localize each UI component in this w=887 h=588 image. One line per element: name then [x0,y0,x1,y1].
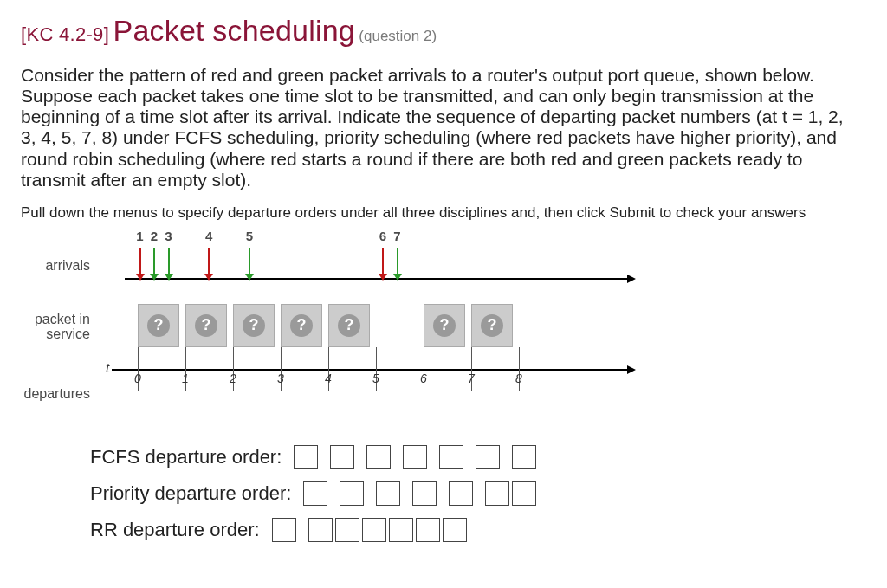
label-arrivals: arrivals [3,258,90,274]
question-mark-icon: ? [338,314,360,337]
arrival-number-6: 6 [377,229,389,243]
question-mark-icon: ? [195,314,217,337]
priority-slot-6[interactable] [485,481,509,506]
fcfs-slot-7[interactable] [512,445,536,469]
arrival-number-7: 7 [392,229,404,243]
answers-block: FCFS departure order: Priority departure… [90,445,866,543]
title-sub: (question 2) [359,28,437,44]
label-packet-in-service: packet in service [3,313,90,342]
question-mark-icon: ? [243,314,265,337]
departure-tick-label-6: 6 [415,372,432,385]
page-root: [KC 4.2-9] Packet scheduling (question 2… [0,0,887,572]
priority-slot-3[interactable] [376,481,400,506]
priority-label: Priority departure order: [90,482,291,505]
title-main: Packet scheduling [113,14,355,47]
fcfs-slot-6[interactable] [476,445,500,469]
rr-slot-1[interactable] [272,518,296,542]
question-mark-icon: ? [481,314,503,337]
rr-slot-3[interactable] [335,518,359,542]
arrival-number-3: 3 [163,229,175,243]
priority-slot-2[interactable] [340,481,364,506]
fcfs-slot-4[interactable] [403,445,427,469]
arrivals-axis [125,278,627,280]
fcfs-slot-5[interactable] [439,445,463,469]
rr-label: RR departure order: [90,519,260,541]
arrival-number-2: 2 [148,229,160,243]
rr-slot-5[interactable] [389,518,413,542]
service-slot-3[interactable]: ? [281,304,322,347]
departure-tick-label-3: 3 [272,372,289,385]
service-slot-2[interactable]: ? [233,304,275,347]
service-slot-7[interactable]: ? [471,304,513,347]
question-mark-icon: ? [433,314,456,337]
fcfs-label: FCFS departure order: [90,446,282,468]
fcfs-row: FCFS departure order: [90,445,866,469]
departures-axis [112,369,627,371]
rr-slot-6[interactable] [416,518,440,542]
departure-tick-label-1: 1 [177,372,194,385]
service-slot-4[interactable]: ? [328,304,370,347]
service-slot-6[interactable]: ? [424,304,465,347]
fcfs-slot-1[interactable] [294,445,318,469]
priority-row: Priority departure order: [90,481,866,506]
instruction-text: Pull down the menus to specify departure… [21,204,866,222]
t-axis-label: t [106,360,109,375]
service-slot-1[interactable]: ? [185,304,227,347]
rr-slot-4[interactable] [362,518,386,542]
priority-slot-5[interactable] [449,481,473,506]
priority-slot-1[interactable] [303,481,327,506]
departure-tick-label-0: 0 [129,372,146,385]
rr-slot-7[interactable] [443,518,467,542]
priority-slot-7[interactable] [512,481,536,506]
page-title: [KC 4.2-9] Packet scheduling (question 2… [21,14,866,48]
arrival-number-1: 1 [134,229,146,243]
departure-tick-label-5: 5 [367,372,385,385]
label-departures: departures [3,386,90,402]
arrival-number-4: 4 [203,229,215,243]
question-mark-icon: ? [147,314,170,337]
rr-row: RR departure order: [90,518,866,542]
departure-tick-label-7: 7 [463,372,480,385]
rr-slot-2[interactable] [308,518,333,542]
fcfs-slot-3[interactable] [366,445,391,469]
question-body: Consider the pattern of red and green pa… [21,65,861,191]
service-slot-0[interactable]: ? [138,304,179,347]
arrival-number-5: 5 [243,229,256,243]
title-kc: [KC 4.2-9] [21,23,109,45]
departure-tick-label-8: 8 [510,372,528,385]
timing-diagram: arrivals packet in service departures 12… [90,230,748,430]
departure-tick-label-4: 4 [320,372,337,385]
departure-tick-label-2: 2 [224,372,242,385]
question-mark-icon: ? [290,314,313,337]
fcfs-slot-2[interactable] [330,445,354,469]
priority-slot-4[interactable] [412,481,437,506]
